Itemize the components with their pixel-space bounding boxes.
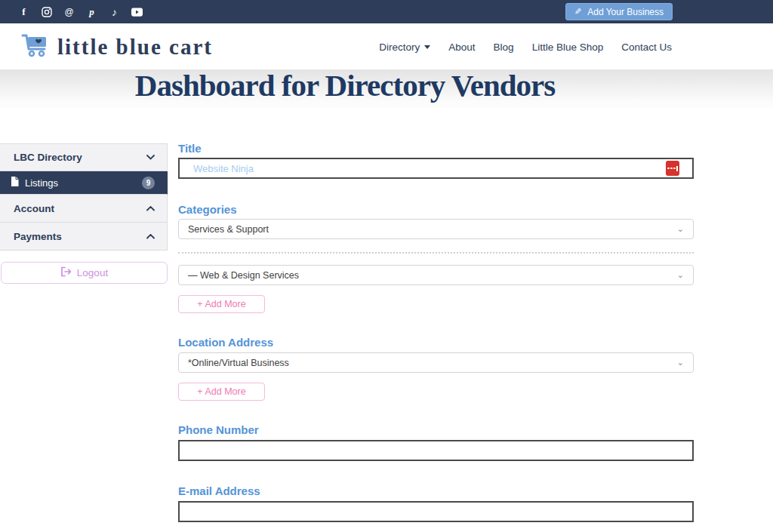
page-title: Dashboard for Directory Vendors bbox=[0, 67, 690, 103]
chevron-down-icon: ⌄ bbox=[677, 358, 684, 367]
lastpass-icon[interactable] bbox=[666, 161, 679, 176]
email-address-label: E-mail Address bbox=[178, 484, 260, 497]
tiktok-icon[interactable]: ♪ bbox=[109, 6, 120, 17]
add-your-business-button[interactable]: ✎ Add Your Business bbox=[565, 3, 673, 20]
youtube-icon[interactable] bbox=[131, 6, 143, 17]
sidebar-item-label: Account bbox=[14, 203, 54, 214]
location-select-value: *Online/Virtual Business bbox=[188, 358, 289, 368]
divider bbox=[178, 252, 694, 254]
threads-icon[interactable]: @ bbox=[63, 6, 75, 17]
nav-little-blue-shop-label: Little Blue Shop bbox=[532, 42, 604, 53]
chevron-down-icon bbox=[146, 155, 155, 160]
category-select-secondary[interactable]: — Web & Design Services ⌄ bbox=[178, 265, 694, 285]
logout-icon bbox=[60, 266, 72, 279]
sidebar-item-label: Listings bbox=[25, 177, 58, 189]
site-logo[interactable]: little blue cart bbox=[21, 32, 213, 61]
sidebar-item-label: Payments bbox=[14, 231, 62, 242]
logo-text: little blue cart bbox=[57, 35, 213, 60]
title-input[interactable] bbox=[178, 158, 694, 179]
title-label: Title bbox=[178, 142, 202, 155]
chevron-up-icon bbox=[146, 206, 155, 211]
document-icon bbox=[11, 176, 19, 189]
nav-contact-us-label: Contact Us bbox=[621, 42, 672, 53]
nav-about[interactable]: About bbox=[448, 42, 475, 53]
pencil-icon: ✎ bbox=[574, 7, 581, 17]
title-band: Dashboard for Directory Vendors bbox=[0, 70, 773, 108]
logout-label: Logout bbox=[77, 267, 108, 278]
sidebar-item-label: LBC Directory bbox=[14, 152, 82, 163]
add-your-business-label: Add Your Business bbox=[587, 7, 664, 17]
sidebar: LBC Directory Listings 9 Account Payment… bbox=[0, 143, 168, 251]
location-address-label: Location Address bbox=[178, 336, 273, 349]
logout-button[interactable]: Logout bbox=[1, 262, 168, 284]
sidebar-item-lbc-directory[interactable]: LBC Directory bbox=[0, 143, 168, 171]
sidebar-item-account[interactable]: Account bbox=[0, 195, 168, 223]
sidebar-item-listings[interactable]: Listings 9 bbox=[0, 171, 168, 195]
nav-about-label: About bbox=[448, 42, 475, 53]
main-nav: Directory About Blog Little Blue Shop Co… bbox=[379, 23, 672, 70]
nav-directory-label: Directory bbox=[379, 42, 420, 53]
topbar: f @ p ♪ ✎ Add Your Business bbox=[0, 0, 773, 23]
category-select-primary[interactable]: Services & Support ⌄ bbox=[178, 219, 694, 239]
nav-directory[interactable]: Directory bbox=[379, 42, 430, 53]
nav-contact-us[interactable]: Contact Us bbox=[621, 42, 672, 53]
social-links: f @ p ♪ bbox=[0, 6, 143, 17]
email-address-input[interactable] bbox=[178, 501, 694, 522]
chevron-down-icon: ⌄ bbox=[677, 271, 684, 279]
sidebar-item-payments[interactable]: Payments bbox=[0, 223, 168, 251]
chevron-up-icon bbox=[146, 234, 155, 239]
page: f @ p ♪ ✎ Add Your Business bbox=[0, 0, 773, 532]
cart-icon bbox=[21, 32, 50, 61]
nav-little-blue-shop[interactable]: Little Blue Shop bbox=[532, 42, 604, 53]
nav-blog[interactable]: Blog bbox=[494, 42, 514, 53]
categories-label: Categories bbox=[178, 203, 237, 216]
listings-count-badge: 9 bbox=[142, 177, 155, 189]
pinterest-icon[interactable]: p bbox=[86, 6, 97, 17]
instagram-icon[interactable] bbox=[41, 6, 52, 17]
phone-number-label: Phone Number bbox=[178, 423, 259, 436]
add-more-location-button[interactable]: + Add More bbox=[178, 383, 265, 401]
phone-number-input[interactable] bbox=[178, 440, 694, 461]
chevron-down-icon: ⌄ bbox=[677, 225, 684, 233]
category-select-secondary-value: — Web & Design Services bbox=[188, 270, 299, 281]
add-more-category-button[interactable]: + Add More bbox=[178, 295, 265, 313]
site-header: little blue cart Directory About Blog Li… bbox=[0, 23, 773, 70]
nav-blog-label: Blog bbox=[494, 42, 514, 53]
category-select-primary-value: Services & Support bbox=[188, 224, 269, 235]
facebook-icon[interactable]: f bbox=[18, 6, 29, 17]
location-select[interactable]: *Online/Virtual Business ⌄ bbox=[178, 352, 694, 373]
chevron-down-icon bbox=[424, 45, 430, 49]
